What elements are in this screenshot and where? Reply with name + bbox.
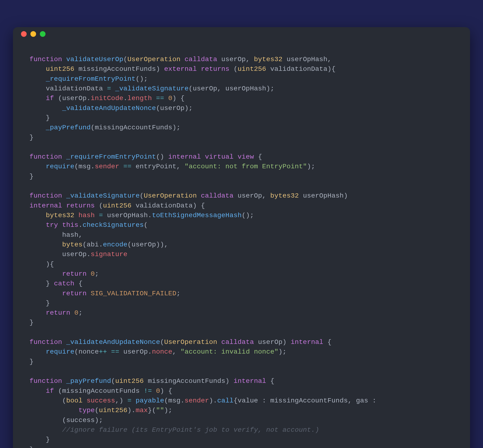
window-titlebar — [13, 27, 470, 41]
close-icon[interactable] — [21, 31, 27, 37]
code-block[interactable]: function validateUserOp(UserOperation ca… — [13, 41, 470, 448]
zoom-icon[interactable] — [40, 31, 46, 37]
code-editor-window: function validateUserOp(UserOperation ca… — [13, 27, 470, 448]
minimize-icon[interactable] — [31, 31, 36, 37]
